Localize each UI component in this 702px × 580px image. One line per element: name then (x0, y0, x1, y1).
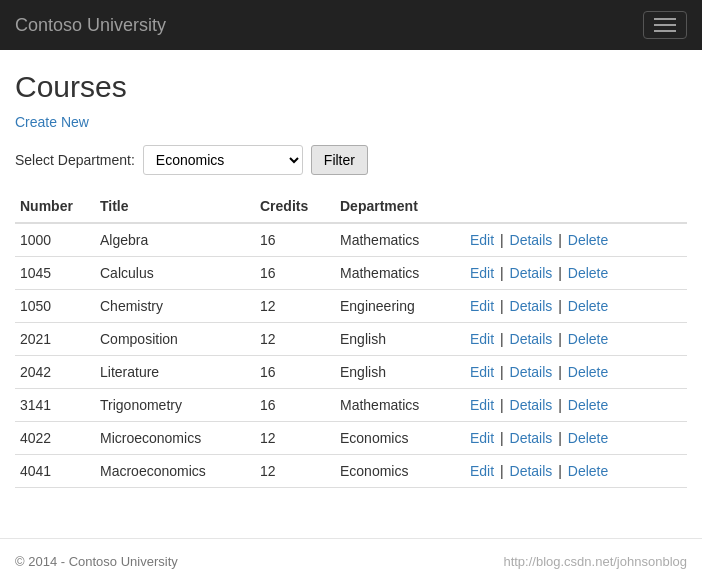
delete-link[interactable]: Delete (568, 331, 608, 347)
details-link[interactable]: Details (510, 232, 553, 248)
cell-actions: Edit | Details | Delete (465, 290, 687, 323)
details-link[interactable]: Details (510, 364, 553, 380)
cell-title: Composition (95, 323, 255, 356)
cell-credits: 16 (255, 257, 335, 290)
navbar-toggle-button[interactable] (643, 11, 687, 39)
details-link[interactable]: Details (510, 298, 553, 314)
toggle-bar-2 (654, 24, 676, 26)
sep1: | (496, 463, 507, 479)
table-row: 1050Chemistry12EngineeringEdit | Details… (15, 290, 687, 323)
delete-link[interactable]: Delete (568, 430, 608, 446)
edit-link[interactable]: Edit (470, 463, 494, 479)
sep1: | (496, 364, 507, 380)
cell-actions: Edit | Details | Delete (465, 389, 687, 422)
edit-link[interactable]: Edit (470, 397, 494, 413)
edit-link[interactable]: Edit (470, 298, 494, 314)
col-header-number: Number (15, 190, 95, 223)
cell-title: Trigonometry (95, 389, 255, 422)
filter-label: Select Department: (15, 152, 135, 168)
sep1: | (496, 232, 507, 248)
col-header-credits: Credits (255, 190, 335, 223)
cell-number: 4022 (15, 422, 95, 455)
department-select[interactable]: AllEconomicsEngineeringEnglishMathematic… (143, 145, 303, 175)
cell-department: Economics (335, 455, 465, 488)
cell-number: 3141 (15, 389, 95, 422)
cell-title: Microeconomics (95, 422, 255, 455)
delete-link[interactable]: Delete (568, 232, 608, 248)
cell-department: Mathematics (335, 223, 465, 257)
table-row: 3141Trigonometry16MathematicsEdit | Deta… (15, 389, 687, 422)
cell-number: 2042 (15, 356, 95, 389)
edit-link[interactable]: Edit (470, 232, 494, 248)
cell-number: 2021 (15, 323, 95, 356)
cell-title: Macroeconomics (95, 455, 255, 488)
create-new-link[interactable]: Create New (15, 114, 687, 130)
cell-actions: Edit | Details | Delete (465, 223, 687, 257)
sep2: | (554, 331, 565, 347)
sep1: | (496, 397, 507, 413)
filter-row: Select Department: AllEconomicsEngineeri… (15, 145, 687, 175)
cell-title: Calculus (95, 257, 255, 290)
cell-department: Mathematics (335, 389, 465, 422)
cell-number: 1050 (15, 290, 95, 323)
table-row: 4041Macroeconomics12EconomicsEdit | Deta… (15, 455, 687, 488)
table-row: 1000Algebra16MathematicsEdit | Details |… (15, 223, 687, 257)
cell-credits: 16 (255, 389, 335, 422)
delete-link[interactable]: Delete (568, 298, 608, 314)
cell-credits: 12 (255, 422, 335, 455)
cell-title: Chemistry (95, 290, 255, 323)
col-header-title: Title (95, 190, 255, 223)
main-container: Courses Create New Select Department: Al… (0, 50, 702, 508)
header-row: Number Title Credits Department (15, 190, 687, 223)
toggle-bar-3 (654, 30, 676, 32)
navbar-brand[interactable]: Contoso University (15, 15, 166, 36)
cell-actions: Edit | Details | Delete (465, 455, 687, 488)
col-header-department: Department (335, 190, 465, 223)
sep2: | (554, 364, 565, 380)
sep2: | (554, 232, 565, 248)
cell-department: Economics (335, 422, 465, 455)
sep2: | (554, 298, 565, 314)
edit-link[interactable]: Edit (470, 331, 494, 347)
cell-department: English (335, 356, 465, 389)
page-title: Courses (15, 70, 687, 104)
delete-link[interactable]: Delete (568, 463, 608, 479)
cell-actions: Edit | Details | Delete (465, 356, 687, 389)
table-row: 4022Microeconomics12EconomicsEdit | Deta… (15, 422, 687, 455)
details-link[interactable]: Details (510, 463, 553, 479)
edit-link[interactable]: Edit (470, 430, 494, 446)
details-link[interactable]: Details (510, 430, 553, 446)
cell-credits: 12 (255, 290, 335, 323)
col-header-actions (465, 190, 687, 223)
table-row: 2021Composition12EnglishEdit | Details |… (15, 323, 687, 356)
footer-copyright: © 2014 - Contoso University (15, 554, 178, 569)
filter-button[interactable]: Filter (311, 145, 368, 175)
edit-link[interactable]: Edit (470, 265, 494, 281)
cell-title: Algebra (95, 223, 255, 257)
sep1: | (496, 265, 507, 281)
courses-table: Number Title Credits Department 1000Alge… (15, 190, 687, 488)
cell-number: 1000 (15, 223, 95, 257)
table-row: 1045Calculus16MathematicsEdit | Details … (15, 257, 687, 290)
details-link[interactable]: Details (510, 331, 553, 347)
cell-credits: 12 (255, 455, 335, 488)
footer-url: http://blog.csdn.net/johnsonblog (503, 554, 687, 569)
sep2: | (554, 430, 565, 446)
cell-credits: 16 (255, 223, 335, 257)
cell-credits: 16 (255, 356, 335, 389)
cell-number: 4041 (15, 455, 95, 488)
delete-link[interactable]: Delete (568, 364, 608, 380)
cell-credits: 12 (255, 323, 335, 356)
footer: © 2014 - Contoso University http://blog.… (0, 538, 702, 580)
table-header: Number Title Credits Department (15, 190, 687, 223)
details-link[interactable]: Details (510, 397, 553, 413)
delete-link[interactable]: Delete (568, 265, 608, 281)
delete-link[interactable]: Delete (568, 397, 608, 413)
navbar: Contoso University (0, 0, 702, 50)
cell-number: 1045 (15, 257, 95, 290)
edit-link[interactable]: Edit (470, 364, 494, 380)
cell-actions: Edit | Details | Delete (465, 257, 687, 290)
details-link[interactable]: Details (510, 265, 553, 281)
cell-title: Literature (95, 356, 255, 389)
sep1: | (496, 298, 507, 314)
